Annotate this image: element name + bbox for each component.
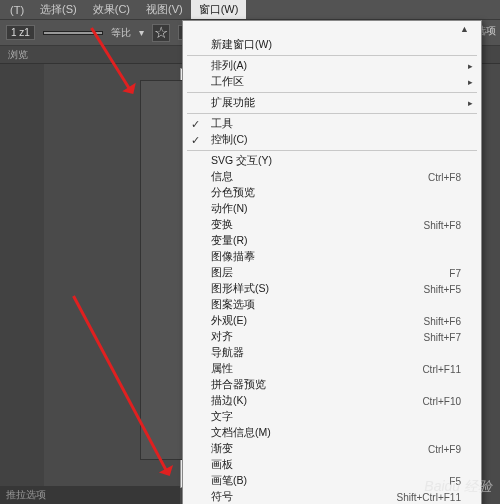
menu-tools[interactable]: ✓工具 bbox=[183, 116, 481, 132]
menu-t[interactable]: (T) bbox=[2, 2, 32, 18]
menu-svg-interactivity[interactable]: SVG 交互(Y) bbox=[183, 153, 481, 169]
submenu-arrow-icon: ▸ bbox=[468, 77, 473, 87]
chevron-down-icon[interactable]: ▾ bbox=[139, 27, 144, 38]
menu-brushes[interactable]: 画笔(B)F5 bbox=[183, 473, 481, 489]
scroll-up[interactable]: ▲ bbox=[183, 21, 481, 37]
menu-image-trace[interactable]: 图像描摹 bbox=[183, 249, 481, 265]
menu-info[interactable]: 信息Ctrl+F8 bbox=[183, 169, 481, 185]
window-menu-dropdown: ▲ 新建窗口(W) 排列(A)▸ 工作区▸ 扩展功能▸ ✓工具 ✓控制(C) S… bbox=[182, 20, 482, 504]
toolbox-panel[interactable] bbox=[140, 80, 184, 460]
menu-new-window[interactable]: 新建窗口(W) bbox=[183, 37, 481, 53]
menu-arrange[interactable]: 排列(A)▸ bbox=[183, 58, 481, 74]
separator bbox=[187, 55, 477, 56]
menu-layers[interactable]: 图层F7 bbox=[183, 265, 481, 281]
menu-window[interactable]: 窗口(W) bbox=[191, 0, 247, 19]
menu-symbols[interactable]: 符号Shift+Ctrl+F11 bbox=[183, 489, 481, 504]
check-icon: ✓ bbox=[191, 134, 200, 147]
menu-control[interactable]: ✓控制(C) bbox=[183, 132, 481, 148]
separator bbox=[187, 113, 477, 114]
menu-attributes[interactable]: 属性Ctrl+F11 bbox=[183, 361, 481, 377]
menu-select[interactable]: 选择(S) bbox=[32, 0, 85, 19]
menu-appearance[interactable]: 外观(E)Shift+F6 bbox=[183, 313, 481, 329]
menu-graphic-styles[interactable]: 图形样式(S)Shift+F5 bbox=[183, 281, 481, 297]
menu-separations-preview[interactable]: 分色预览 bbox=[183, 185, 481, 201]
menu-transform[interactable]: 变换Shift+F8 bbox=[183, 217, 481, 233]
star-tool-icon[interactable]: ☆ bbox=[152, 24, 170, 42]
menu-workspace[interactable]: 工作区▸ bbox=[183, 74, 481, 90]
menu-extensions[interactable]: 扩展功能▸ bbox=[183, 95, 481, 111]
menu-pattern-options[interactable]: 图案选项 bbox=[183, 297, 481, 313]
menu-variables[interactable]: 变量(R) bbox=[183, 233, 481, 249]
menu-actions[interactable]: 动作(N) bbox=[183, 201, 481, 217]
menu-effect[interactable]: 效果(C) bbox=[85, 0, 138, 19]
slider-label: 等比 bbox=[111, 26, 131, 40]
submenu-arrow-icon: ▸ bbox=[468, 61, 473, 71]
separator bbox=[187, 150, 477, 151]
menu-stroke[interactable]: 描边(K)Ctrl+F10 bbox=[183, 393, 481, 409]
menubar: (T) 选择(S) 效果(C) 视图(V) 窗口(W) bbox=[0, 0, 500, 20]
menu-view[interactable]: 视图(V) bbox=[138, 0, 191, 19]
stroke-select[interactable]: 1 z1 bbox=[6, 25, 35, 40]
menu-document-info[interactable]: 文档信息(M) bbox=[183, 425, 481, 441]
menu-align[interactable]: 对齐Shift+F7 bbox=[183, 329, 481, 345]
separator bbox=[187, 92, 477, 93]
opacity-slider[interactable] bbox=[43, 31, 103, 35]
menu-artboards[interactable]: 画板 bbox=[183, 457, 481, 473]
submenu-arrow-icon: ▸ bbox=[468, 98, 473, 108]
menu-navigator[interactable]: 导航器 bbox=[183, 345, 481, 361]
menu-gradient[interactable]: 渐变Ctrl+F9 bbox=[183, 441, 481, 457]
left-dock bbox=[0, 64, 44, 504]
menu-type[interactable]: 文字 bbox=[183, 409, 481, 425]
status-bar: 推拉选项 bbox=[0, 486, 180, 504]
check-icon: ✓ bbox=[191, 118, 200, 131]
menu-flattener-preview[interactable]: 拼合器预览 bbox=[183, 377, 481, 393]
